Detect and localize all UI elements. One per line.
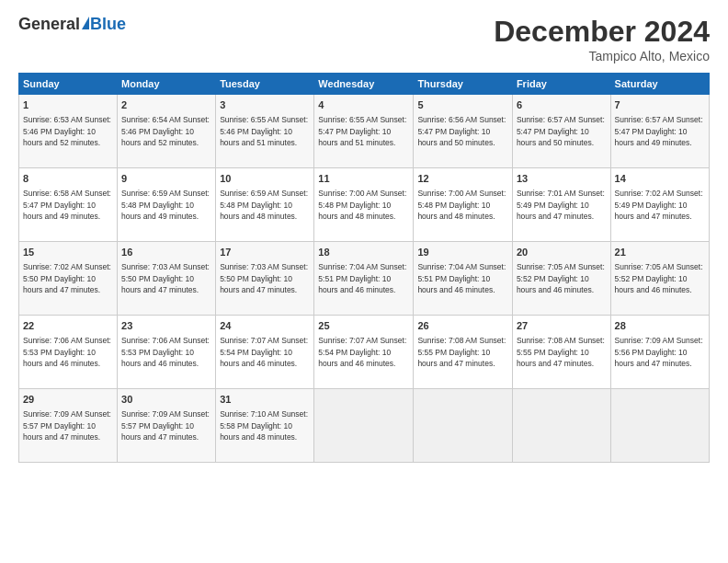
day-info: Sunrise: 7:02 AM Sunset: 5:49 PM Dayligh… (615, 188, 705, 222)
day-info: Sunrise: 7:08 AM Sunset: 5:55 PM Dayligh… (517, 335, 607, 369)
day-info: Sunrise: 7:02 AM Sunset: 5:50 PM Dayligh… (23, 261, 113, 295)
day-info: Sunrise: 7:04 AM Sunset: 5:51 PM Dayligh… (318, 261, 409, 295)
calendar-cell: 9Sunrise: 6:59 AM Sunset: 5:48 PM Daylig… (118, 168, 216, 242)
day-info: Sunrise: 6:53 AM Sunset: 5:46 PM Dayligh… (23, 114, 113, 148)
calendar-cell: 17Sunrise: 7:03 AM Sunset: 5:50 PM Dayli… (216, 242, 314, 316)
calendar-day-header: Wednesday (314, 74, 414, 95)
day-number: 30 (121, 393, 211, 407)
day-number: 2 (121, 98, 211, 112)
page: General Blue December 2024 Tampico Alto,… (0, 0, 728, 563)
day-info: Sunrise: 7:05 AM Sunset: 5:52 PM Dayligh… (517, 261, 607, 295)
day-number: 20 (517, 246, 607, 259)
calendar-cell (512, 389, 610, 463)
day-number: 4 (318, 98, 409, 112)
day-number: 23 (121, 319, 211, 333)
logo-blue-text: Blue (90, 15, 126, 34)
calendar-cell: 12Sunrise: 7:00 AM Sunset: 5:48 PM Dayli… (414, 168, 513, 242)
day-number: 21 (615, 246, 705, 259)
day-info: Sunrise: 7:07 AM Sunset: 5:54 PM Dayligh… (220, 335, 310, 369)
day-number: 27 (517, 319, 607, 333)
calendar-cell: 4Sunrise: 6:55 AM Sunset: 5:47 PM Daylig… (314, 95, 414, 168)
day-number: 11 (318, 172, 409, 186)
calendar-table: SundayMondayTuesdayWednesdayThursdayFrid… (18, 73, 710, 463)
day-number: 10 (220, 172, 310, 186)
calendar-cell: 20Sunrise: 7:05 AM Sunset: 5:52 PM Dayli… (512, 242, 610, 316)
location: Tampico Alto, Mexico (494, 49, 710, 63)
day-number: 26 (417, 319, 508, 333)
day-number: 16 (121, 246, 211, 259)
day-info: Sunrise: 7:09 AM Sunset: 5:57 PM Dayligh… (121, 408, 211, 442)
day-info: Sunrise: 6:59 AM Sunset: 5:48 PM Dayligh… (220, 188, 310, 222)
calendar-week-row: 15Sunrise: 7:02 AM Sunset: 5:50 PM Dayli… (19, 242, 710, 316)
day-number: 17 (220, 246, 310, 259)
calendar-cell: 14Sunrise: 7:02 AM Sunset: 5:49 PM Dayli… (610, 168, 709, 242)
calendar-cell: 24Sunrise: 7:07 AM Sunset: 5:54 PM Dayli… (216, 316, 314, 389)
calendar-week-row: 1Sunrise: 6:53 AM Sunset: 5:46 PM Daylig… (19, 95, 710, 168)
day-number: 5 (417, 98, 508, 112)
day-number: 18 (318, 246, 409, 259)
day-info: Sunrise: 7:09 AM Sunset: 5:57 PM Dayligh… (23, 408, 113, 442)
day-number: 25 (318, 319, 409, 333)
day-number: 6 (517, 98, 607, 112)
day-info: Sunrise: 7:00 AM Sunset: 5:48 PM Dayligh… (318, 188, 409, 222)
calendar-cell: 21Sunrise: 7:05 AM Sunset: 5:52 PM Dayli… (610, 242, 709, 316)
calendar-day-header: Saturday (610, 74, 709, 95)
day-number: 19 (417, 246, 508, 259)
day-number: 9 (121, 172, 211, 186)
day-number: 29 (23, 393, 113, 407)
day-info: Sunrise: 7:03 AM Sunset: 5:50 PM Dayligh… (121, 261, 211, 295)
day-info: Sunrise: 7:03 AM Sunset: 5:50 PM Dayligh… (220, 261, 310, 295)
calendar-day-header: Friday (512, 74, 610, 95)
logo-general-text: General (18, 15, 80, 34)
day-number: 15 (23, 246, 113, 259)
calendar-cell: 30Sunrise: 7:09 AM Sunset: 5:57 PM Dayli… (118, 389, 216, 463)
day-number: 31 (220, 393, 310, 407)
day-info: Sunrise: 6:55 AM Sunset: 5:46 PM Dayligh… (220, 114, 310, 148)
logo-text: General Blue (18, 15, 126, 34)
day-info: Sunrise: 7:09 AM Sunset: 5:56 PM Dayligh… (615, 335, 705, 369)
day-number: 3 (220, 98, 310, 112)
calendar-cell: 15Sunrise: 7:02 AM Sunset: 5:50 PM Dayli… (19, 242, 118, 316)
day-info: Sunrise: 7:04 AM Sunset: 5:51 PM Dayligh… (417, 261, 508, 295)
day-number: 22 (23, 319, 113, 333)
day-number: 12 (417, 172, 508, 186)
calendar-cell: 11Sunrise: 7:00 AM Sunset: 5:48 PM Dayli… (314, 168, 414, 242)
calendar-cell: 16Sunrise: 7:03 AM Sunset: 5:50 PM Dayli… (118, 242, 216, 316)
calendar-cell: 25Sunrise: 7:07 AM Sunset: 5:54 PM Dayli… (314, 316, 414, 389)
calendar-cell: 8Sunrise: 6:58 AM Sunset: 5:47 PM Daylig… (19, 168, 118, 242)
calendar-cell: 6Sunrise: 6:57 AM Sunset: 5:47 PM Daylig… (512, 95, 610, 168)
calendar-cell (414, 389, 513, 463)
logo: General Blue (18, 15, 126, 34)
day-number: 7 (615, 98, 705, 112)
day-number: 24 (220, 319, 310, 333)
calendar-cell: 27Sunrise: 7:08 AM Sunset: 5:55 PM Dayli… (512, 316, 610, 389)
calendar-week-row: 8Sunrise: 6:58 AM Sunset: 5:47 PM Daylig… (19, 168, 710, 242)
calendar-day-header: Thursday (414, 74, 513, 95)
day-info: Sunrise: 7:00 AM Sunset: 5:48 PM Dayligh… (417, 188, 508, 222)
calendar-cell: 13Sunrise: 7:01 AM Sunset: 5:49 PM Dayli… (512, 168, 610, 242)
day-number: 8 (23, 172, 113, 186)
calendar-cell: 19Sunrise: 7:04 AM Sunset: 5:51 PM Dayli… (414, 242, 513, 316)
day-info: Sunrise: 6:56 AM Sunset: 5:47 PM Dayligh… (417, 114, 508, 148)
title-block: December 2024 Tampico Alto, Mexico (494, 15, 710, 63)
day-info: Sunrise: 7:06 AM Sunset: 5:53 PM Dayligh… (121, 335, 211, 369)
day-info: Sunrise: 7:05 AM Sunset: 5:52 PM Dayligh… (615, 261, 705, 295)
day-number: 1 (23, 98, 113, 112)
day-number: 14 (615, 172, 705, 186)
day-info: Sunrise: 7:07 AM Sunset: 5:54 PM Dayligh… (318, 335, 409, 369)
day-info: Sunrise: 6:54 AM Sunset: 5:46 PM Dayligh… (121, 114, 211, 148)
calendar-cell (314, 389, 414, 463)
calendar-cell: 1Sunrise: 6:53 AM Sunset: 5:46 PM Daylig… (19, 95, 118, 168)
calendar-header-row: SundayMondayTuesdayWednesdayThursdayFrid… (19, 74, 710, 95)
calendar-day-header: Monday (118, 74, 216, 95)
calendar-cell: 29Sunrise: 7:09 AM Sunset: 5:57 PM Dayli… (19, 389, 118, 463)
calendar-week-row: 22Sunrise: 7:06 AM Sunset: 5:53 PM Dayli… (19, 316, 710, 389)
day-number: 28 (615, 319, 705, 333)
day-info: Sunrise: 7:06 AM Sunset: 5:53 PM Dayligh… (23, 335, 113, 369)
month-title: December 2024 (494, 15, 710, 49)
calendar-cell: 7Sunrise: 6:57 AM Sunset: 5:47 PM Daylig… (610, 95, 709, 168)
day-number: 13 (517, 172, 607, 186)
calendar-cell (610, 389, 709, 463)
day-info: Sunrise: 6:57 AM Sunset: 5:47 PM Dayligh… (517, 114, 607, 148)
day-info: Sunrise: 6:59 AM Sunset: 5:48 PM Dayligh… (121, 188, 211, 222)
